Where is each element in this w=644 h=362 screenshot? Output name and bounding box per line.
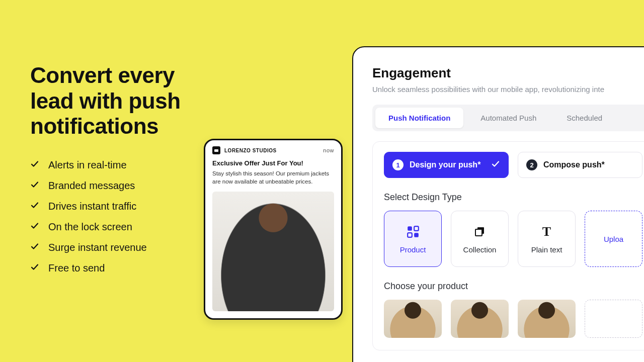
bullet-text: Branded messages [48,180,135,192]
check-icon [30,159,39,171]
check-icon [30,221,39,233]
brand-name: LORENZO STUDIOS [224,148,277,153]
notif-body: Stay stylish this season! Our premium ja… [212,170,334,186]
check-icon [30,201,39,212]
product-thumb[interactable] [384,300,442,338]
marketing-headline: Convert every lead with push notificatio… [30,63,211,139]
notif-product-image [212,192,334,311]
design-type-plain-text[interactable]: T Plain text [518,211,576,267]
bullet-text: Alerts in real-time [48,159,127,171]
tabs: Push Notification Automated Push Schedul… [372,105,644,131]
type-label: Collection [463,245,497,254]
product-thumb-add[interactable] [585,300,642,338]
page-subtitle: Unlock seamless possibilities with our m… [372,85,644,94]
notif-time: now [323,147,334,153]
step-design-push[interactable]: 1 Design your push* [384,152,509,178]
type-label: Product [400,245,426,254]
notif-title: Exclusive Offer Just For You! [212,159,334,167]
bullet-item: Surge instant revenue [30,242,211,253]
bullet-text: Surge instant revenue [48,242,147,253]
bullet-text: Drives instant traffic [48,201,136,212]
marketing-bullets: Alerts in real-time Branded messages Dri… [30,159,211,274]
push-preview-card: LORENZO STUDIOS now Exclusive Offer Just… [204,139,343,320]
bullet-text: Free to send [48,262,105,274]
svg-rect-3 [414,233,419,237]
bullet-item: Drives instant traffic [30,201,211,212]
step-label: Design your push* [410,160,480,169]
bullet-item: On the lock screen [30,221,211,233]
tab-scheduled[interactable]: Scheduled [553,108,615,128]
bullet-item: Free to send [30,262,211,274]
page-title: Engagement [372,65,644,81]
type-label: Plain text [531,245,562,254]
svg-rect-5 [475,229,482,236]
tab-push-notification[interactable]: Push Notification [375,108,463,128]
wizard-card: 1 Design your push* 2 Compose push* Sele… [372,141,644,350]
choose-product-label: Choose your product [384,281,642,292]
engagement-panel: Engagement Unlock seamless possibilities… [352,46,644,362]
svg-rect-2 [408,233,412,237]
bullet-item: Alerts in real-time [30,159,211,171]
step-label: Compose push* [543,160,605,169]
step-compose-push[interactable]: 2 Compose push* [518,152,642,178]
check-icon [30,242,39,253]
bullet-text: On the lock screen [48,221,132,233]
step-number-badge: 1 [392,159,404,170]
stack-icon [472,224,488,239]
step-number-badge: 2 [526,159,537,170]
design-type-product[interactable]: Product [384,211,442,267]
brand-logo-icon [212,146,220,154]
grid-icon [406,224,421,239]
tab-automated-push[interactable]: Automated Push [467,108,549,128]
text-icon: T [539,224,554,239]
svg-rect-0 [408,226,412,231]
type-label: Uploa [604,235,623,243]
product-thumb[interactable] [451,300,509,338]
check-icon [30,180,39,192]
design-type-label: Select Design Type [384,192,642,203]
design-type-collection[interactable]: Collection [451,211,509,267]
svg-rect-1 [414,226,419,231]
design-type-upload[interactable]: Uploa [585,211,642,267]
product-thumb[interactable] [518,300,576,338]
bullet-item: Branded messages [30,180,211,192]
check-icon [30,262,39,274]
check-icon [491,159,500,170]
